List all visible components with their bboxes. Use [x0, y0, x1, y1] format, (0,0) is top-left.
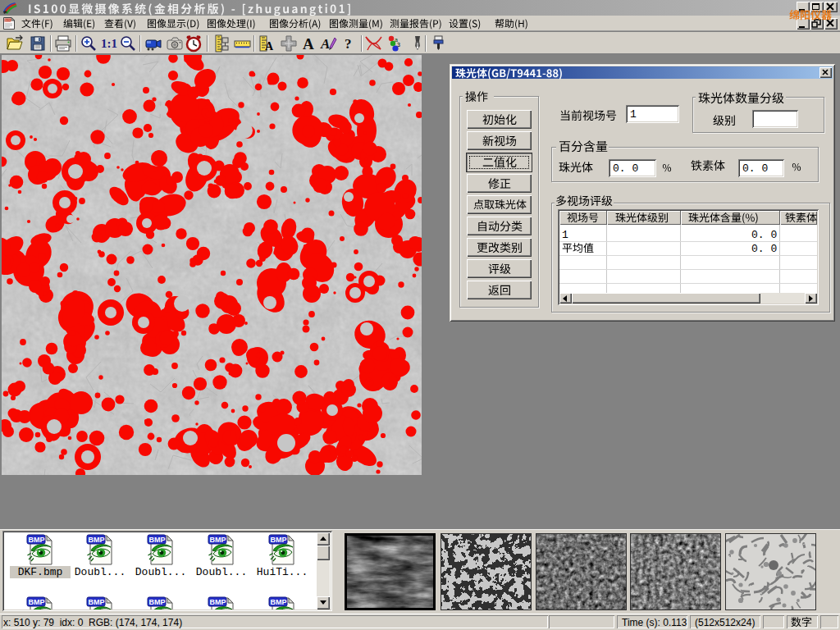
- svg-text:BMP: BMP: [149, 536, 166, 544]
- svg-text:BMP: BMP: [89, 598, 105, 606]
- svg-text:BMP: BMP: [89, 536, 105, 544]
- svg-text:BMP: BMP: [29, 536, 45, 544]
- svg-text:BMP: BMP: [271, 536, 287, 544]
- svg-text:?: ?: [345, 36, 352, 52]
- svg-text:A: A: [265, 40, 274, 52]
- svg-text:1:1: 1:1: [101, 37, 117, 50]
- svg-text:BMP: BMP: [271, 598, 287, 606]
- svg-text:BMP: BMP: [210, 598, 226, 606]
- svg-text:BMP: BMP: [149, 598, 166, 606]
- svg-text:BMP: BMP: [29, 598, 45, 606]
- svg-text:BMP: BMP: [210, 536, 226, 544]
- svg-text:A: A: [303, 35, 314, 52]
- svg-text:A: A: [320, 36, 330, 52]
- svg-text:DOC: DOC: [5, 19, 11, 22]
